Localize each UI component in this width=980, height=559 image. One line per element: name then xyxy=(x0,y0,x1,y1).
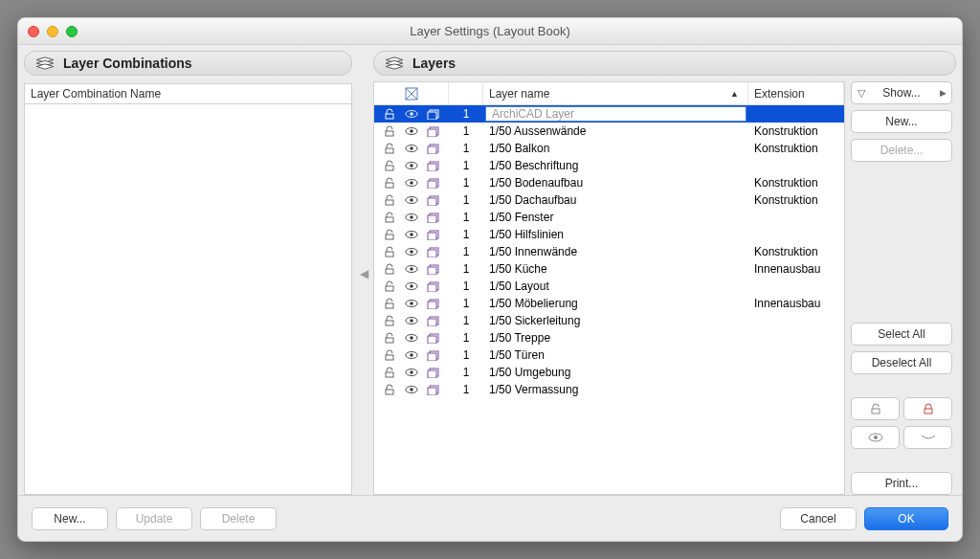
eye-icon[interactable] xyxy=(405,194,418,206)
extension-column-header[interactable]: Extension xyxy=(748,82,844,104)
lock-icon[interactable] xyxy=(383,143,396,154)
layer-row[interactable]: 1 1/50 Sickerleitung xyxy=(374,312,844,329)
eye-icon[interactable] xyxy=(405,367,418,378)
delete-combination-button[interactable]: Delete xyxy=(200,507,277,530)
layers-table: Layer name ▲ Extension 1 ArchiCAD Layer xyxy=(373,81,845,495)
eye-icon[interactable] xyxy=(405,212,418,223)
lock-icon[interactable] xyxy=(383,229,396,240)
new-layer-button[interactable]: New... xyxy=(851,110,952,133)
eye-icon[interactable] xyxy=(405,280,418,292)
layer-name: 1/50 Möbelierung xyxy=(483,297,748,310)
eye-icon[interactable] xyxy=(405,143,418,154)
update-combination-button[interactable]: Update xyxy=(116,507,192,530)
layer-row[interactable]: 1 1/50 Hilfslinien xyxy=(374,226,844,243)
layer-icon[interactable] xyxy=(427,298,440,309)
layer-number: 1 xyxy=(449,280,483,293)
layer-name[interactable]: ArchiCAD Layer xyxy=(485,106,746,122)
lock-icon[interactable] xyxy=(383,194,396,206)
collapse-toggle[interactable]: ◀ xyxy=(358,45,369,495)
lock-icon[interactable] xyxy=(383,349,396,361)
number-column-header[interactable] xyxy=(449,82,483,104)
lock-closed-button[interactable] xyxy=(903,397,952,420)
layer-row[interactable]: 1 1/50 Innenwände Konstruktion xyxy=(374,243,844,260)
lock-icon[interactable] xyxy=(383,298,396,309)
eye-icon[interactable] xyxy=(405,160,418,171)
eye-icon[interactable] xyxy=(405,229,418,240)
layer-icon[interactable] xyxy=(427,143,440,154)
layer-combinations-list[interactable] xyxy=(24,104,352,495)
layer-icon[interactable] xyxy=(427,108,440,120)
show-toggle-button[interactable] xyxy=(851,426,900,449)
layer-icon[interactable] xyxy=(427,349,440,361)
layer-icon[interactable] xyxy=(427,194,440,206)
lock-icon[interactable] xyxy=(383,212,396,223)
layer-icon[interactable] xyxy=(427,125,440,137)
layer-name-column-header[interactable]: Layer name ▲ xyxy=(483,82,748,104)
lock-icon[interactable] xyxy=(383,384,396,395)
table-header-row: Layer name ▲ Extension xyxy=(374,82,844,105)
eye-icon[interactable] xyxy=(405,332,418,344)
select-all-button[interactable]: Select All xyxy=(851,323,952,346)
lock-icon[interactable] xyxy=(383,177,396,189)
svg-point-91 xyxy=(874,436,878,439)
lock-icon[interactable] xyxy=(383,246,396,257)
eye-icon[interactable] xyxy=(405,384,418,395)
layer-icon[interactable] xyxy=(427,263,440,275)
layer-row[interactable]: 1 1/50 Treppe xyxy=(374,329,844,347)
lock-icon[interactable] xyxy=(383,367,396,378)
lock-icon[interactable] xyxy=(383,332,396,344)
layer-icon[interactable] xyxy=(427,367,440,378)
deselect-all-button[interactable]: Deselect All xyxy=(851,351,952,374)
layer-icon[interactable] xyxy=(427,212,440,223)
lock-icon[interactable] xyxy=(383,280,396,292)
eye-icon[interactable] xyxy=(405,298,418,309)
layer-row[interactable]: 1 1/50 Aussenwände Konstruktion xyxy=(374,123,844,140)
layer-icon[interactable] xyxy=(427,229,440,240)
layer-name: 1/50 Layout xyxy=(483,280,748,293)
layer-name: 1/50 Bodenaufbau xyxy=(483,176,748,190)
layer-icon[interactable] xyxy=(427,384,440,395)
eye-icon[interactable] xyxy=(405,125,418,137)
show-filter-button[interactable]: ▽ Show... ▶ xyxy=(851,81,952,104)
eye-icon[interactable] xyxy=(405,246,418,257)
layer-row[interactable]: 1 1/50 Bodenaufbau Konstruktion xyxy=(374,174,844,191)
layer-icon[interactable] xyxy=(427,177,440,189)
eye-icon[interactable] xyxy=(405,349,418,361)
layer-row[interactable]: 1 1/50 Balkon Konstruktion xyxy=(374,140,844,157)
layer-icon[interactable] xyxy=(427,332,440,344)
print-button[interactable]: Print... xyxy=(851,472,952,495)
ok-button[interactable]: OK xyxy=(864,507,948,530)
hide-toggle-button[interactable] xyxy=(903,426,952,449)
layer-row[interactable]: 1 1/50 Vermassung xyxy=(374,381,844,398)
layer-settings-window: Layer Settings (Layout Book) Layer Combi… xyxy=(17,17,963,542)
layer-row[interactable]: 1 1/50 Beschriftung xyxy=(374,157,844,174)
lock-icon[interactable] xyxy=(383,125,396,137)
lock-icon[interactable] xyxy=(383,315,396,326)
lock-icon[interactable] xyxy=(383,160,396,171)
lock-icon[interactable] xyxy=(383,263,396,275)
delete-layer-button[interactable]: Delete... xyxy=(851,139,952,162)
layer-icon[interactable] xyxy=(427,315,440,326)
layer-row[interactable]: 1 1/50 Dachaufbau Konstruktion xyxy=(374,191,844,209)
layer-row[interactable]: 1 1/50 Küche Innenausbau xyxy=(374,260,844,278)
lock-icon[interactable] xyxy=(383,108,396,120)
layer-row[interactable]: 1 1/50 Türen xyxy=(374,347,844,364)
eye-icon[interactable] xyxy=(405,263,418,275)
layer-row[interactable]: 1 1/50 Möbelierung Innenausbau xyxy=(374,295,844,312)
lock-toggle-button[interactable] xyxy=(851,397,900,420)
layer-icon[interactable] xyxy=(427,246,440,257)
eye-icon[interactable] xyxy=(405,315,418,326)
cancel-button[interactable]: Cancel xyxy=(780,507,857,530)
layer-row[interactable]: 1 1/50 Fenster xyxy=(374,209,844,226)
layer-name: 1/50 Hilfslinien xyxy=(483,228,748,241)
icon-columns-header[interactable] xyxy=(374,82,449,104)
eye-icon[interactable] xyxy=(405,177,418,189)
combination-name-column[interactable]: Layer Combination Name xyxy=(24,83,352,104)
layer-row[interactable]: 1 1/50 Layout xyxy=(374,278,844,295)
eye-icon[interactable] xyxy=(405,108,418,120)
layer-icon[interactable] xyxy=(427,160,440,171)
layer-row[interactable]: 1 ArchiCAD Layer xyxy=(374,105,844,123)
layer-icon[interactable] xyxy=(427,280,440,292)
layer-row[interactable]: 1 1/50 Umgebung xyxy=(374,364,844,381)
new-combination-button[interactable]: New... xyxy=(32,507,108,530)
